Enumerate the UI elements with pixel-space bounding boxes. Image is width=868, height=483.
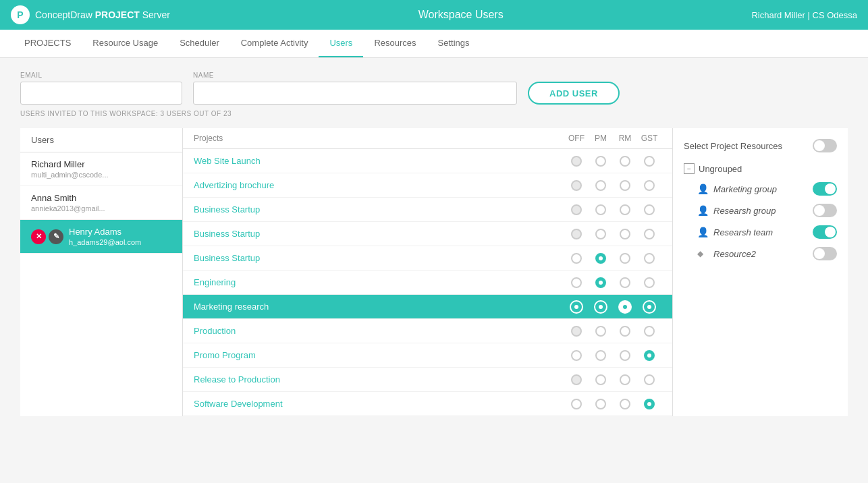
radio-off-9[interactable]	[564, 374, 589, 385]
delete-user-button[interactable]: ✕	[31, 229, 46, 244]
radio-btn-off-10[interactable]	[571, 399, 582, 409]
project-row-3[interactable]: Business Startup	[183, 222, 672, 246]
radio-btn-off-2[interactable]	[571, 204, 582, 215]
radio-rm-4[interactable]	[613, 253, 637, 264]
radio-btn-rm-8[interactable]	[620, 350, 630, 361]
radio-btn-gst-5[interactable]	[644, 277, 655, 288]
project-row-4[interactable]: Business Startup	[183, 246, 672, 271]
radio-btn-rm-4[interactable]	[620, 253, 630, 264]
radio-gst-9[interactable]	[637, 374, 661, 385]
toggle-research-team[interactable]	[813, 225, 837, 239]
radio-off-6[interactable]	[564, 300, 589, 314]
radio-btn-gst-9[interactable]	[644, 374, 655, 385]
radio-btn-off-1[interactable]	[571, 180, 582, 191]
radio-btn-gst-4[interactable]	[644, 253, 655, 264]
toggle-resource2[interactable]	[813, 247, 837, 260]
project-row-6[interactable]: Marketing research	[183, 295, 672, 319]
radio-pm-4[interactable]	[589, 253, 613, 264]
radio-btn-gst-10[interactable]	[644, 399, 655, 409]
radio-btn-pm-3[interactable]	[595, 229, 606, 239]
radio-btn-pm-5[interactable]	[595, 277, 606, 288]
radio-rm-10[interactable]	[613, 399, 637, 409]
radio-btn-pm-8[interactable]	[595, 350, 606, 361]
radio-btn-off-9[interactable]	[571, 374, 582, 385]
name-field[interactable]	[193, 82, 517, 105]
nav-users[interactable]: Users	[319, 29, 363, 57]
radio-pm-8[interactable]	[589, 350, 613, 361]
group-expand-btn[interactable]: −	[684, 163, 695, 174]
radio-btn-off-5[interactable]	[571, 277, 582, 288]
radio-pm-7[interactable]	[589, 326, 613, 337]
radio-rm-7[interactable]	[613, 326, 637, 337]
radio-gst-2[interactable]	[637, 204, 661, 215]
toggle-research-group[interactable]	[813, 204, 837, 217]
user-row-anna[interactable]: Anna Smith annieka2013@gmail...	[20, 186, 182, 220]
radio-btn-pm-1[interactable]	[595, 180, 606, 191]
radio-btn-gst-1[interactable]	[644, 180, 655, 191]
radio-off-4[interactable]	[564, 253, 589, 264]
radio-btn-pm-2[interactable]	[595, 204, 606, 215]
radio-btn-off-8[interactable]	[571, 350, 582, 361]
radio-btn-off-6[interactable]	[570, 300, 583, 314]
radio-btn-rm-9[interactable]	[620, 374, 630, 385]
toggle-marketing[interactable]	[813, 182, 837, 196]
radio-gst-4[interactable]	[637, 253, 661, 264]
email-field[interactable]	[20, 82, 182, 105]
radio-btn-rm-3[interactable]	[620, 229, 630, 239]
radio-btn-pm-7[interactable]	[595, 326, 606, 337]
nav-resource-usage[interactable]: Resource Usage	[82, 29, 169, 57]
radio-rm-3[interactable]	[613, 229, 637, 239]
radio-off-3[interactable]	[564, 229, 589, 239]
radio-btn-gst-7[interactable]	[644, 326, 655, 337]
radio-btn-gst-8[interactable]	[644, 350, 655, 361]
radio-btn-pm-9[interactable]	[595, 374, 606, 385]
user-row-henry[interactable]: ✕ ✎ Henry Adams h_adams29@aol.com	[20, 220, 182, 254]
global-toggle[interactable]	[813, 139, 837, 152]
project-row-1[interactable]: Advertizing brochure	[183, 173, 672, 198]
radio-gst-6[interactable]	[637, 300, 661, 314]
radio-rm-5[interactable]	[613, 277, 637, 288]
radio-off-5[interactable]	[564, 277, 589, 288]
radio-off-7[interactable]	[564, 326, 589, 337]
radio-btn-rm-2[interactable]	[620, 204, 630, 215]
radio-btn-rm-10[interactable]	[620, 399, 630, 409]
nav-projects[interactable]: PROJECTS	[13, 29, 82, 57]
radio-rm-9[interactable]	[613, 374, 637, 385]
project-row-2[interactable]: Business Startup	[183, 198, 672, 222]
radio-pm-2[interactable]	[589, 204, 613, 215]
radio-pm-9[interactable]	[589, 374, 613, 385]
project-row-0[interactable]: Web Site Launch	[183, 149, 672, 173]
radio-btn-gst-3[interactable]	[644, 229, 655, 239]
project-row-5[interactable]: Enginering	[183, 271, 672, 295]
radio-btn-gst-0[interactable]	[644, 156, 655, 167]
radio-rm-0[interactable]	[613, 156, 637, 167]
project-row-10[interactable]: Software Development	[183, 392, 672, 416]
user-row-richard[interactable]: Richard Miller multi_admin@cscode...	[20, 152, 182, 186]
nav-complete-activity[interactable]: Complete Activity	[230, 29, 319, 57]
project-row-8[interactable]: Promo Program	[183, 343, 672, 368]
nav-resources[interactable]: Resources	[363, 29, 427, 57]
radio-btn-off-3[interactable]	[571, 229, 582, 239]
nav-scheduler[interactable]: Scheduler	[169, 29, 230, 57]
nav-settings[interactable]: Settings	[427, 29, 481, 57]
radio-rm-2[interactable]	[613, 204, 637, 215]
radio-btn-off-4[interactable]	[571, 253, 582, 264]
radio-btn-off-0[interactable]	[571, 156, 582, 167]
radio-off-1[interactable]	[564, 180, 589, 191]
radio-btn-pm-10[interactable]	[595, 399, 606, 409]
radio-gst-5[interactable]	[637, 277, 661, 288]
radio-pm-10[interactable]	[589, 399, 613, 409]
add-user-button[interactable]: ADD USER	[528, 82, 620, 105]
project-row-9[interactable]: Release to Production	[183, 368, 672, 392]
radio-rm-6[interactable]	[613, 300, 637, 314]
radio-btn-gst-6[interactable]	[643, 300, 656, 314]
radio-gst-8[interactable]	[637, 350, 661, 361]
radio-pm-5[interactable]	[589, 277, 613, 288]
radio-btn-rm-0[interactable]	[620, 156, 630, 167]
radio-gst-10[interactable]	[637, 399, 661, 409]
radio-off-10[interactable]	[564, 399, 589, 409]
radio-btn-rm-6[interactable]	[618, 300, 632, 314]
radio-gst-1[interactable]	[637, 180, 661, 191]
radio-off-0[interactable]	[564, 156, 589, 167]
radio-off-2[interactable]	[564, 204, 589, 215]
